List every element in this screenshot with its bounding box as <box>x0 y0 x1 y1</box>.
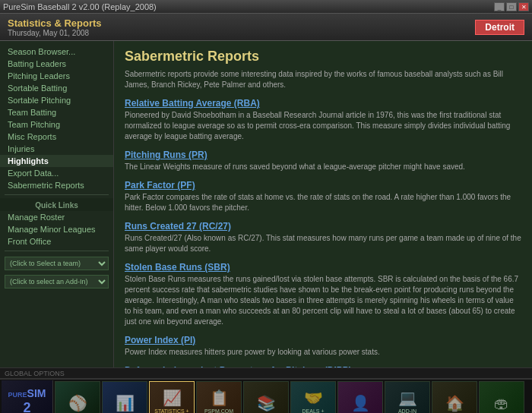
report-sections: Relative Batting Average (RBA)Pioneered … <box>125 98 521 367</box>
sidebar: Season Browser...Batting LeadersPitching… <box>0 41 114 367</box>
minimize-button[interactable]: _ <box>494 2 505 11</box>
report-heading-2[interactable]: Park Factor (PF) <box>125 180 521 191</box>
sidebar-item-team-batting[interactable]: Team Batting <box>0 106 113 118</box>
window-controls[interactable]: _ □ ✕ <box>494 2 529 11</box>
taskbar-label-7: ADD-IN MODULES <box>385 408 429 413</box>
taskbar-icon-6: 👤 <box>351 394 370 412</box>
maximize-button[interactable]: □ <box>506 2 517 11</box>
global-options-label: GLOBAL OPTIONS <box>5 370 65 377</box>
sidebar-item-sabermetric-reports[interactable]: Sabermetric Reports <box>0 179 113 191</box>
taskbar-item-add-in-modules[interactable]: 💻ADD-IN MODULES <box>385 381 430 413</box>
header-title: Statistics & Reports <box>8 17 102 29</box>
taskbar-icon-7: 💻 <box>398 389 417 407</box>
header-team: Detroit <box>475 20 524 35</box>
sidebar-item-season-browser---[interactable]: Season Browser... <box>0 46 113 58</box>
taskbar-item-standings[interactable]: 📊STANDINGS <box>102 381 147 413</box>
titlebar-text: PureSim Baseball 2 v2.00 (Replay_2008) <box>3 2 157 11</box>
report-heading-6[interactable]: Defense Independent Percentage for Pitch… <box>125 365 521 367</box>
report-section-5: Power Index (PI)Power Index measures hit… <box>125 335 521 358</box>
taskbar-icon-8: 🏠 <box>445 394 464 412</box>
sidebar-item-team-pitching[interactable]: Team Pitching <box>0 118 113 131</box>
report-heading-3[interactable]: Runs Created 27 (RC/27) <box>125 221 521 232</box>
content-area: Sabermetric Reports Sabermetric reports … <box>114 41 532 367</box>
taskbar-icon-5: 🤝 <box>304 389 323 407</box>
taskbar-icon-4: 📚 <box>257 394 276 412</box>
title-bar: PureSim Baseball 2 v2.00 (Replay_2008) _… <box>0 0 532 14</box>
taskbar-item-players[interactable]: 👤PLAYERS <box>337 381 383 413</box>
quicklink-manage-minor-leagues[interactable]: Manage Minor Leagues <box>0 223 113 235</box>
taskbar-item-home[interactable]: 🏠HOME <box>432 381 477 413</box>
quick-links-title: Quick Links <box>0 198 113 211</box>
report-body-1: The Linear Weights measure of runs saved… <box>125 162 521 172</box>
quicklink-manage-roster[interactable]: Manage Roster <box>0 211 113 223</box>
report-section-3: Runs Created 27 (RC/27)Runs Created/27 (… <box>125 221 521 254</box>
addon-select[interactable]: (Click to select an Add-In) <box>5 275 109 288</box>
sidebar-divider-2 <box>5 251 109 251</box>
taskbar-label-3: PSPM.COM COLAPRIZE <box>197 408 241 413</box>
taskbar-icon-9: 🏟 <box>494 395 509 412</box>
header-date: Thursday, May 01, 2008 <box>8 29 102 37</box>
team-select[interactable]: (Click to Select a team) <box>5 257 109 270</box>
main-area: Season Browser...Batting LeadersPitching… <box>0 41 532 367</box>
header-left: Statistics & Reports Thursday, May 01, 2… <box>8 17 102 37</box>
taskbar-item-pspm-com-colaprize[interactable]: 📋PSPM.COM COLAPRIZE <box>196 381 242 413</box>
taskbar-icon-3: 📋 <box>210 389 229 407</box>
report-section-4: Stolen Base Runs (SBR)Stolen Base Runs m… <box>125 262 521 327</box>
sidebar-item-pitching-leaders[interactable]: Pitching Leaders <box>0 70 113 82</box>
taskbar-items: ⚾GAMES📊STANDINGS📈STATISTICS + REPORTS📋PS… <box>55 381 524 413</box>
taskbar-item-main[interactable]: 🏟MAIN <box>479 381 524 413</box>
taskbar-icon-0: ⚾ <box>68 394 87 412</box>
report-heading-0[interactable]: Relative Batting Average (RBA) <box>125 98 521 109</box>
taskbar-label-2: STATISTICS + REPORTS <box>150 408 194 413</box>
taskbar-item-games[interactable]: ⚾GAMES <box>55 381 100 413</box>
report-section-1: Pitching Runs (PR)The Linear Weights mea… <box>125 150 521 172</box>
taskbar-icon-2: 📈 <box>163 389 182 407</box>
sidebar-item-sortable-pitching[interactable]: Sortable Pitching <box>0 94 113 106</box>
taskbar-label-5: DEALS + MOVES <box>291 408 335 413</box>
sidebar-quicklinks: Manage RosterManage Minor LeaguesFront O… <box>0 211 113 247</box>
quicklink-front-office[interactable]: Front Office <box>0 235 113 247</box>
app-header: Statistics & Reports Thursday, May 01, 2… <box>0 14 532 41</box>
sidebar-item-injuries[interactable]: Injuries <box>0 143 113 155</box>
taskbar-icon-1: 📊 <box>116 394 135 412</box>
report-body-3: Runs Created/27 (Also known as RC/27). T… <box>125 233 521 254</box>
taskbar-item-statistics---reports[interactable]: 📈STATISTICS + REPORTS <box>149 381 195 413</box>
sidebar-item-highlights[interactable]: Highlights <box>0 155 113 167</box>
sidebar-divider-1 <box>5 194 109 195</box>
report-body-5: Power Index measures hitters pure power … <box>125 347 521 358</box>
report-heading-4[interactable]: Stolen Base Runs (SBR) <box>125 262 521 273</box>
report-body-0: Pioneered by David Shoebotham in a Baseb… <box>125 110 521 142</box>
report-section-2: Park Factor (PF)Park Factor compares the… <box>125 180 521 213</box>
sidebar-item-export-data---[interactable]: Export Data... <box>0 167 113 179</box>
logo-text: PURESIM2 <box>8 387 46 413</box>
taskbar-item-almanac[interactable]: 📚ALMANAC <box>243 381 289 413</box>
report-body-4: Stolen Base Runs measures the runs gaine… <box>125 274 521 327</box>
sidebar-item-sortable-batting[interactable]: Sortable Batting <box>0 82 113 94</box>
sidebar-item-batting-leaders[interactable]: Batting Leaders <box>0 58 113 70</box>
logo: PURESIM2 <box>8 387 46 413</box>
content-title: Sabermetric Reports <box>125 49 521 65</box>
report-body-2: Park Factor compares the rate of stats a… <box>125 192 521 213</box>
report-heading-1[interactable]: Pitching Runs (PR) <box>125 150 521 160</box>
report-heading-5[interactable]: Power Index (PI) <box>125 335 521 345</box>
report-section-0: Relative Batting Average (RBA)Pioneered … <box>125 98 521 142</box>
logo-area: PURESIM2 <box>2 380 53 413</box>
report-section-6: Defense Independent Percentage for Pitch… <box>125 365 521 367</box>
content-intro: Sabermetric reports provide some interes… <box>125 69 521 90</box>
sidebar-nav: Season Browser...Batting LeadersPitching… <box>0 46 113 191</box>
taskbar-item-deals---moves[interactable]: 🤝DEALS + MOVES <box>290 381 336 413</box>
close-button[interactable]: ✕ <box>518 2 529 11</box>
global-options-bar: GLOBAL OPTIONS <box>0 367 532 378</box>
taskbar: PURESIM2 ⚾GAMES📊STANDINGS📈STATISTICS + R… <box>0 378 532 413</box>
sidebar-item-misc-reports[interactable]: Misc Reports <box>0 131 113 143</box>
